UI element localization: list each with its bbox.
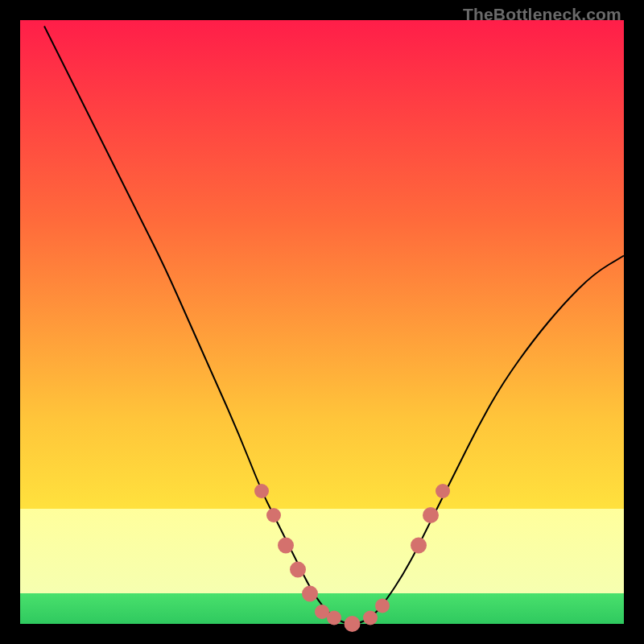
curve-marker <box>278 538 294 554</box>
curve-marker <box>266 508 281 522</box>
curve-marker <box>254 484 269 498</box>
curve-marker <box>363 611 378 625</box>
curve-marker <box>375 599 390 613</box>
curve-marker <box>290 562 306 578</box>
watermark-text: TheBottleneck.com <box>463 5 621 24</box>
curve-marker <box>423 507 439 523</box>
curve-marker <box>411 538 427 554</box>
curve-layer <box>20 20 624 624</box>
curve-marker <box>302 586 318 602</box>
bottleneck-curve <box>44 27 624 625</box>
curve-marker <box>345 616 361 632</box>
curve-marker <box>327 611 341 625</box>
curve-marker <box>436 484 450 498</box>
chart-frame: TheBottleneck.com <box>0 0 644 644</box>
